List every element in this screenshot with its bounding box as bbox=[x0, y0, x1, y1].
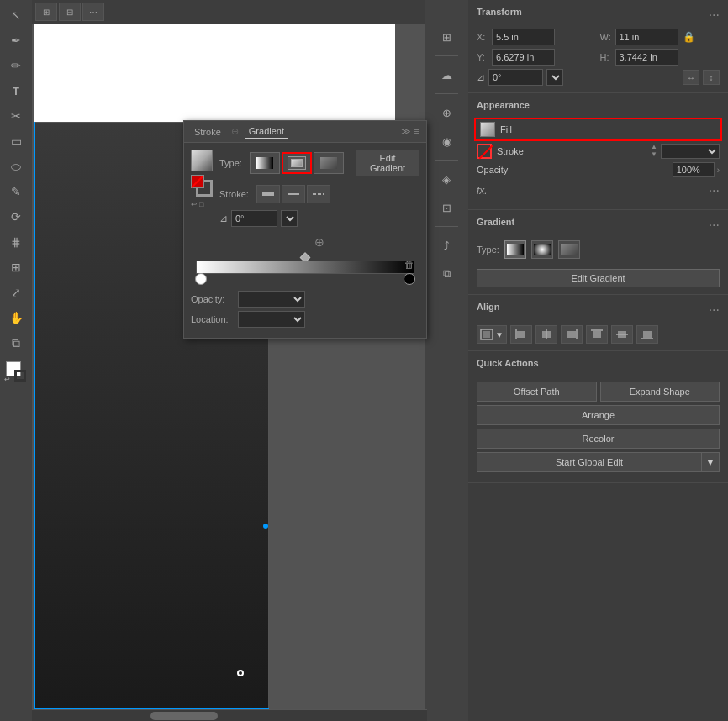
arrange-btn[interactable]: Arrange bbox=[477, 405, 720, 425]
rotation-input[interactable] bbox=[488, 69, 543, 86]
w-input[interactable] bbox=[615, 29, 678, 45]
global-edit-dropdown-btn[interactable]: ▼ bbox=[701, 452, 720, 472]
transform-option-1[interactable]: ⊞ bbox=[35, 3, 57, 21]
opacity-controls: › bbox=[673, 162, 720, 177]
stroke-type-dropdown[interactable] bbox=[661, 144, 720, 159]
popup-edit-gradient-btn[interactable]: Edit Gradient bbox=[356, 150, 419, 176]
bottom-scrollbar[interactable] bbox=[32, 709, 427, 721]
selection-handle-mid[interactable] bbox=[263, 524, 268, 529]
center-align-icon[interactable]: ⊕ bbox=[314, 235, 324, 249]
location-dropdown[interactable] bbox=[238, 311, 305, 328]
expand-shape-btn[interactable]: Expand Shape bbox=[600, 382, 720, 402]
align-to-dropdown[interactable]: ▼ bbox=[477, 325, 507, 344]
reset-icon[interactable]: □ bbox=[199, 200, 203, 208]
align-left-btn[interactable] bbox=[510, 325, 532, 344]
transform-option-2[interactable]: ⊟ bbox=[59, 3, 81, 21]
pen-tool[interactable]: ✒ bbox=[4, 29, 28, 52]
align-more-btn[interactable]: ··· bbox=[709, 303, 720, 317]
align-top-btn[interactable] bbox=[586, 325, 608, 344]
libraries-icon[interactable]: ☁ bbox=[433, 63, 460, 87]
popup-menu-icon[interactable]: ≡ bbox=[414, 126, 419, 137]
flip-horizontal-btn[interactable]: ↔ bbox=[683, 70, 699, 85]
select-tool[interactable]: ↖ bbox=[4, 3, 28, 27]
opacity-dropdown[interactable] bbox=[238, 291, 305, 308]
flip-vertical-btn[interactable]: ↕ bbox=[703, 70, 720, 85]
fill-swatch[interactable] bbox=[480, 122, 495, 137]
linear-gradient-btn[interactable] bbox=[250, 152, 280, 174]
lock-proportions-btn[interactable]: 🔒 bbox=[682, 29, 697, 45]
properties-icon[interactable]: ⊕ bbox=[433, 101, 460, 124]
fill-stroke-indicator[interactable]: ↩ bbox=[4, 360, 28, 383]
align-center-h-btn[interactable] bbox=[535, 325, 557, 344]
zoom-tool[interactable]: ⤢ bbox=[4, 281, 28, 304]
stroke-btn-3[interactable] bbox=[307, 185, 330, 203]
opacity-arrow-btn[interactable]: › bbox=[717, 166, 720, 175]
stroke-label: Stroke bbox=[497, 146, 524, 156]
rectangle-tool[interactable]: ▭ bbox=[4, 129, 28, 153]
selection-handle-bottom[interactable] bbox=[237, 670, 244, 676]
stroke-arrows[interactable]: ▲ ▼ bbox=[651, 144, 657, 159]
gradient-stop-left[interactable] bbox=[195, 273, 207, 285]
h-label: H: bbox=[600, 52, 612, 62]
popup-expand-icon[interactable]: ≫ bbox=[401, 126, 411, 137]
stroke-tab[interactable]: Stroke bbox=[191, 125, 224, 139]
align-right-btn[interactable] bbox=[561, 325, 583, 344]
stroke-btn-2[interactable] bbox=[282, 185, 305, 203]
delete-stop-btn[interactable]: 🗑 bbox=[404, 259, 414, 271]
transform-more-btn[interactable]: ··· bbox=[709, 8, 720, 22]
type-tool[interactable]: T bbox=[4, 79, 28, 103]
rotation-dropdown[interactable]: ▼ bbox=[546, 69, 563, 86]
freeform-gradient-btn[interactable] bbox=[314, 152, 344, 174]
align-bottom-btn[interactable] bbox=[636, 325, 658, 344]
x-input[interactable] bbox=[492, 29, 555, 45]
gradient-bar[interactable] bbox=[196, 261, 414, 274]
align-dropdown-arrow: ▼ bbox=[495, 330, 504, 339]
opacity-input[interactable] bbox=[673, 162, 715, 177]
artboard-tool[interactable]: ⧉ bbox=[4, 331, 28, 355]
rotate-tool[interactable]: ⟳ bbox=[4, 205, 28, 229]
gradient-tab[interactable]: Gradient bbox=[245, 124, 288, 139]
pencil-tool[interactable]: ✏ bbox=[4, 54, 28, 77]
h-input[interactable] bbox=[615, 49, 678, 66]
radial-gradient-btn[interactable] bbox=[282, 152, 312, 174]
radial-type-btn[interactable] bbox=[531, 240, 553, 259]
mesh-tool[interactable]: ⋕ bbox=[4, 230, 28, 254]
info-icon[interactable]: ◉ bbox=[433, 129, 460, 153]
stroke-btn-1[interactable] bbox=[256, 185, 280, 203]
quick-actions-section: Quick Actions Offset Path Expand Shape A… bbox=[468, 351, 728, 483]
transform-option-3[interactable]: ⋯ bbox=[82, 3, 104, 21]
scissors-tool[interactable]: ✂ bbox=[4, 104, 28, 128]
edit-gradient-btn[interactable]: Edit Gradient bbox=[477, 269, 720, 287]
stroke-swatch-area[interactable] bbox=[191, 175, 213, 197]
appearance-more-btn[interactable]: ··· bbox=[709, 184, 720, 197]
recolor-btn[interactable]: Recolor bbox=[477, 429, 720, 449]
eyedropper-tool[interactable]: ✎ bbox=[4, 180, 28, 203]
fill-item[interactable]: Fill bbox=[477, 120, 720, 139]
swap-controls: ↩ □ bbox=[191, 200, 213, 208]
freeform-type-btn[interactable] bbox=[558, 240, 580, 259]
svg-rect-10 bbox=[593, 331, 601, 338]
fx-label[interactable]: fx. bbox=[477, 182, 488, 200]
scrollbar-thumb[interactable] bbox=[150, 712, 218, 720]
blend-tool[interactable]: ⊞ bbox=[4, 255, 28, 279]
angle-input[interactable] bbox=[231, 210, 277, 227]
h-row: H: bbox=[600, 49, 720, 66]
layers-icon[interactable]: ⊞ bbox=[433, 25, 460, 49]
align-icon[interactable]: ⊡ bbox=[433, 196, 460, 219]
start-global-edit-btn[interactable]: Start Global Edit bbox=[477, 452, 701, 472]
gradient-preview-swatch[interactable] bbox=[191, 150, 213, 171]
offset-path-btn[interactable]: Offset Path bbox=[477, 382, 597, 402]
linear-type-btn[interactable] bbox=[504, 240, 526, 259]
gradient-stop-right[interactable] bbox=[404, 273, 415, 285]
asset-export-icon[interactable]: ⤴ bbox=[433, 234, 460, 257]
stroke-swatch[interactable] bbox=[477, 144, 492, 159]
export-icon[interactable]: ⧉ bbox=[433, 262, 460, 286]
gradient-more-btn[interactable]: ··· bbox=[709, 218, 720, 232]
y-input[interactable] bbox=[492, 49, 555, 66]
swap-icon[interactable]: ↩ bbox=[191, 200, 198, 208]
hand-tool[interactable]: ✋ bbox=[4, 306, 28, 329]
appearance-icon[interactable]: ◈ bbox=[433, 167, 460, 191]
angle-dropdown[interactable]: ▼ bbox=[281, 210, 298, 227]
ellipse-tool[interactable]: ⬭ bbox=[4, 155, 28, 178]
align-middle-v-btn[interactable] bbox=[611, 325, 633, 344]
